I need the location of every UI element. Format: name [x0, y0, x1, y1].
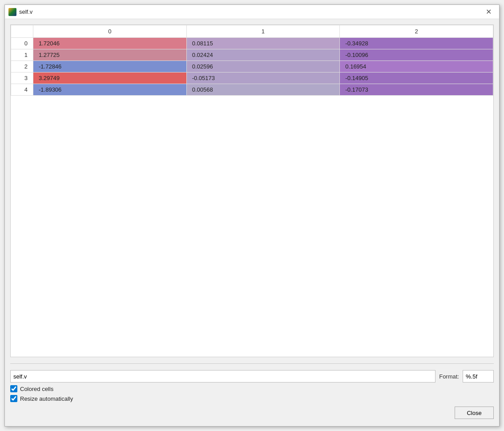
table-cell[interactable]: 1.72046 — [33, 38, 187, 49]
row-index-cell: 1 — [11, 49, 33, 61]
name-input[interactable] — [10, 370, 435, 383]
col-header-2: 2 — [340, 25, 493, 38]
colored-cells-checkbox[interactable] — [10, 385, 17, 392]
main-window: self.v ✕ 0 1 2 01.720460.08115-0.3492811… — [4, 4, 500, 427]
data-table: 0 1 2 01.720460.08115-0.3492811.277250.0… — [11, 25, 493, 96]
row-index-cell: 0 — [11, 38, 33, 49]
format-row: Format: — [10, 370, 494, 383]
table-cell[interactable]: 0.16954 — [340, 61, 493, 73]
row-index-cell: 3 — [11, 73, 33, 84]
data-table-container[interactable]: 0 1 2 01.720460.08115-0.3492811.277250.0… — [10, 24, 494, 357]
table-cell[interactable]: -0.14905 — [340, 73, 493, 84]
table-row: 11.277250.02424-0.10096 — [11, 49, 493, 61]
table-row: 01.720460.08115-0.34928 — [11, 38, 493, 49]
col-header-index — [11, 25, 33, 38]
table-row: 4-1.893060.00568-0.17073 — [11, 84, 493, 96]
format-input[interactable] — [463, 370, 494, 383]
table-cell[interactable]: 1.27725 — [33, 49, 187, 61]
col-header-1: 1 — [186, 25, 340, 38]
resize-auto-row: Resize automatically — [10, 395, 494, 402]
col-header-0: 0 — [33, 25, 187, 38]
format-label: Format: — [439, 373, 459, 380]
table-cell[interactable]: -1.72846 — [33, 61, 187, 73]
table-cell[interactable]: -0.17073 — [340, 84, 493, 96]
resize-auto-label[interactable]: Resize automatically — [20, 395, 73, 402]
table-cell[interactable]: 0.08115 — [186, 38, 340, 49]
table-cell[interactable]: 0.02596 — [186, 61, 340, 73]
button-row: Close — [10, 405, 494, 421]
resize-auto-checkbox[interactable] — [10, 395, 17, 402]
colored-cells-row: Colored cells — [10, 385, 494, 392]
window-close-button[interactable]: ✕ — [481, 6, 496, 18]
app-icon — [8, 8, 16, 16]
table-row: 2-1.728460.025960.16954 — [11, 61, 493, 73]
window-title: self.v — [19, 8, 481, 15]
bottom-area: Format: Colored cells Resize automatical… — [10, 370, 494, 421]
table-cell[interactable]: 3.29749 — [33, 73, 187, 84]
row-index-cell: 2 — [11, 61, 33, 73]
row-index-cell: 4 — [11, 84, 33, 96]
content-area: 0 1 2 01.720460.08115-0.3492811.277250.0… — [5, 19, 499, 426]
table-cell[interactable]: 0.02424 — [186, 49, 340, 61]
colored-cells-label[interactable]: Colored cells — [20, 386, 53, 392]
table-cell[interactable]: -1.89306 — [33, 84, 187, 96]
table-cell[interactable]: -0.10096 — [340, 49, 493, 61]
table-cell[interactable]: 0.00568 — [186, 84, 340, 96]
close-button[interactable]: Close — [455, 407, 494, 419]
table-row: 33.29749-0.05173-0.14905 — [11, 73, 493, 84]
table-cell[interactable]: -0.34928 — [340, 38, 493, 49]
divider — [10, 363, 494, 364]
title-bar: self.v ✕ — [5, 5, 499, 19]
table-cell[interactable]: -0.05173 — [186, 73, 340, 84]
